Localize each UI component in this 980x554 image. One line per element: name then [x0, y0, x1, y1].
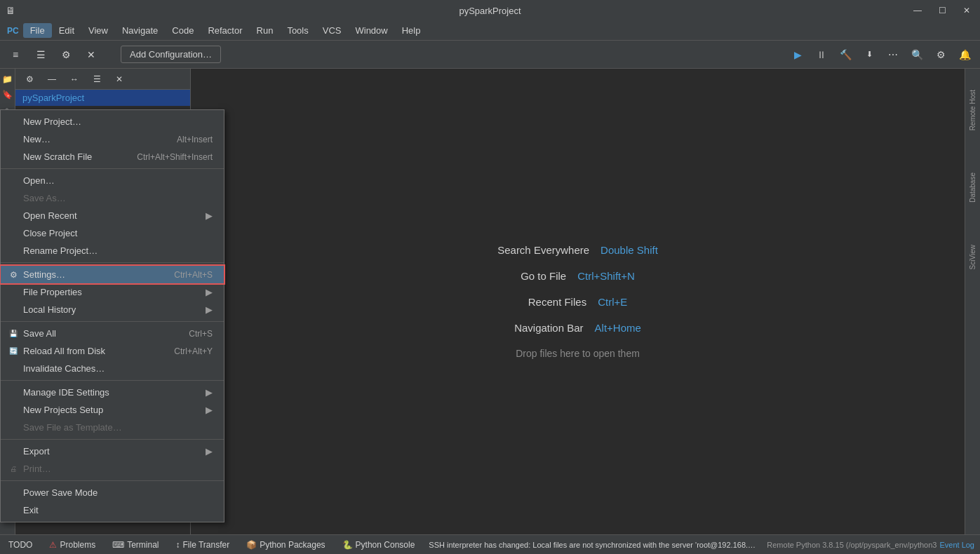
python-packages-tab[interactable]: 📦 Python Packages — [243, 539, 328, 551]
sidebar-bookmark-icon[interactable]: 🔖 — [1, 88, 14, 101]
nav-bar-row: Navigation Bar Alt+Home — [514, 322, 641, 334]
close-button[interactable]: ✕ — [959, 4, 974, 17]
run-button[interactable]: ▶ — [788, 45, 807, 65]
project-toolbar: ⚙ — ↔ ☰ ✕ — [15, 69, 190, 90]
sciview-label[interactable]: SciView — [969, 245, 976, 269]
menu-export[interactable]: Export ▶ — [1, 442, 224, 460]
menu-file[interactable]: File — [23, 23, 52, 38]
print-icon: 🖨 — [8, 465, 19, 473]
search-everywhere-shortcut: Double Shift — [600, 244, 658, 256]
exit-label: Exit — [23, 505, 213, 515]
open-recent-arrow: ▶ — [206, 210, 213, 221]
project-close-btn[interactable]: ✕ — [109, 69, 129, 89]
project-root-label: pySparkProject — [22, 93, 84, 103]
dropdown-content: New Project… New… Alt+Insert New Scratch… — [0, 109, 224, 522]
project-gear-btn[interactable]: ⚙ — [20, 69, 39, 89]
menu-view[interactable]: View — [81, 23, 115, 38]
goto-file-shortcut: Ctrl+Shift+N — [577, 270, 635, 282]
menu-open-recent[interactable]: Open Recent ▶ — [1, 207, 224, 224]
minimize-button[interactable]: — — [909, 4, 926, 17]
menu-local-history[interactable]: Local History ▶ — [1, 301, 224, 318]
stop-button[interactable]: ⏸ — [812, 45, 831, 65]
sidebar-project-icon[interactable]: 📁 — [1, 73, 14, 86]
python-console-tab[interactable]: 🐍 Python Console — [340, 539, 418, 551]
menu-reload-disk[interactable]: 🔄 Reload All from Disk Ctrl+Alt+Y — [1, 342, 224, 360]
search-everywhere-label: Search Everywhere — [497, 244, 589, 256]
add-configuration-button[interactable]: Add Configuration… — [121, 46, 221, 63]
menu-new-projects-setup[interactable]: New Projects Setup ▶ — [1, 401, 224, 419]
nav-bar-label: Navigation Bar — [514, 322, 583, 334]
menu-exit[interactable]: Exit — [1, 501, 224, 519]
menu-code[interactable]: Code — [165, 23, 201, 38]
event-log-label[interactable]: Event Log — [939, 541, 974, 549]
file-transfer-tab[interactable]: ↕ File Transfer — [173, 539, 233, 551]
debug-button[interactable]: ⬇ — [859, 45, 879, 65]
menu-vcs[interactable]: VCS — [316, 23, 349, 38]
menu-window[interactable]: Window — [348, 23, 394, 38]
drop-files-label: Drop files here to open them — [516, 348, 640, 359]
maximize-button[interactable]: ☐ — [934, 4, 951, 17]
toolbar-back-btn[interactable]: ≡ — [6, 45, 25, 65]
drop-files-row: Drop files here to open them — [516, 348, 640, 359]
settings-icon: ⚙ — [8, 270, 19, 280]
app-icon: 🖥 — [6, 5, 15, 16]
menu-navigate[interactable]: Navigate — [115, 23, 165, 38]
save-all-label: Save All — [23, 328, 172, 339]
menu-pc-icon[interactable]: PC — [3, 25, 23, 37]
python-version[interactable]: Remote Python 3.8.15 (/opt/pyspark_env/p… — [767, 541, 937, 549]
menu-power-save[interactable]: Power Save Mode — [1, 484, 224, 501]
menu-bar: PC File Edit View Navigate Code Refactor… — [0, 21, 980, 41]
toolbar-close-panel-btn[interactable]: ✕ — [81, 45, 101, 65]
new-label: New… — [23, 134, 160, 144]
menu-open[interactable]: Open… — [1, 172, 224, 189]
problems-tab[interactable]: ⚠ Problems — [46, 539, 98, 551]
menu-refactor[interactable]: Refactor — [201, 23, 249, 38]
menu-invalidate-caches[interactable]: Invalidate Caches… — [1, 360, 224, 377]
menu-close-project[interactable]: Close Project — [1, 224, 224, 242]
menu-new-scratch-file[interactable]: New Scratch File Ctrl+Alt+Shift+Insert — [1, 148, 224, 165]
settings-gear-btn[interactable]: ⚙ — [931, 45, 951, 65]
menu-print: 🖨 Print… — [1, 460, 224, 478]
recent-files-label: Recent Files — [528, 296, 586, 308]
more-btn[interactable]: ⋯ — [883, 45, 903, 65]
menu-save-as: Save As… — [1, 189, 224, 207]
menu-settings[interactable]: ⚙ Settings… Ctrl+Alt+S — [1, 266, 224, 283]
toolbar-settings-btn[interactable]: ⚙ — [56, 45, 76, 65]
project-expand-btn[interactable]: ↔ — [65, 69, 84, 89]
todo-tab[interactable]: TODO — [6, 539, 35, 551]
menu-help[interactable]: Help — [395, 23, 428, 38]
power-save-label: Power Save Mode — [23, 487, 213, 498]
menu-new-project[interactable]: New Project… — [1, 113, 224, 130]
project-collapse-btn[interactable]: — — [42, 69, 62, 89]
remote-host-label[interactable]: Remote Host — [969, 90, 976, 130]
file-transfer-label: File Transfer — [183, 540, 230, 550]
project-settings-btn[interactable]: ☰ — [87, 69, 107, 89]
close-project-label: Close Project — [23, 228, 213, 238]
python-packages-label: Python Packages — [260, 540, 325, 550]
recent-files-shortcut: Ctrl+E — [598, 296, 627, 308]
project-root-item[interactable]: pySparkProject — [15, 90, 190, 106]
separator-6 — [1, 480, 224, 481]
local-history-label: Local History — [23, 304, 200, 315]
menu-save-all[interactable]: 💾 Save All Ctrl+S — [1, 325, 224, 342]
python-console-label: Python Console — [356, 540, 415, 550]
menu-edit[interactable]: Edit — [52, 23, 81, 38]
menu-file-properties[interactable]: File Properties ▶ — [1, 283, 224, 301]
menu-manage-ide[interactable]: Manage IDE Settings ▶ — [1, 384, 224, 401]
toolbar-align-btn[interactable]: ☰ — [31, 45, 51, 65]
main-layout: 📁 🔖 P ⚙ — ↔ ☰ ✕ pySparkProject Search Ev… — [0, 69, 980, 534]
search-everywhere-btn[interactable]: 🔍 — [907, 45, 927, 65]
menu-new[interactable]: New… Alt+Insert — [1, 130, 224, 148]
terminal-tab[interactable]: ⌨ Terminal — [109, 539, 161, 551]
database-label[interactable]: Database — [969, 173, 976, 203]
file-properties-label: File Properties — [23, 287, 200, 297]
manage-ide-arrow: ▶ — [206, 387, 213, 398]
menu-run[interactable]: Run — [250, 23, 281, 38]
menu-rename-project[interactable]: Rename Project… — [1, 242, 224, 259]
title-bar: 🖥 pySparkProject — ☐ ✕ — [0, 0, 980, 21]
menu-save-template: Save File as Template… — [1, 419, 224, 436]
menu-tools[interactable]: Tools — [280, 23, 315, 38]
notification-btn[interactable]: 🔔 — [955, 45, 974, 65]
build-button[interactable]: 🔨 — [835, 45, 855, 65]
status-right: Remote Python 3.8.15 (/opt/pyspark_env/p… — [767, 541, 974, 549]
